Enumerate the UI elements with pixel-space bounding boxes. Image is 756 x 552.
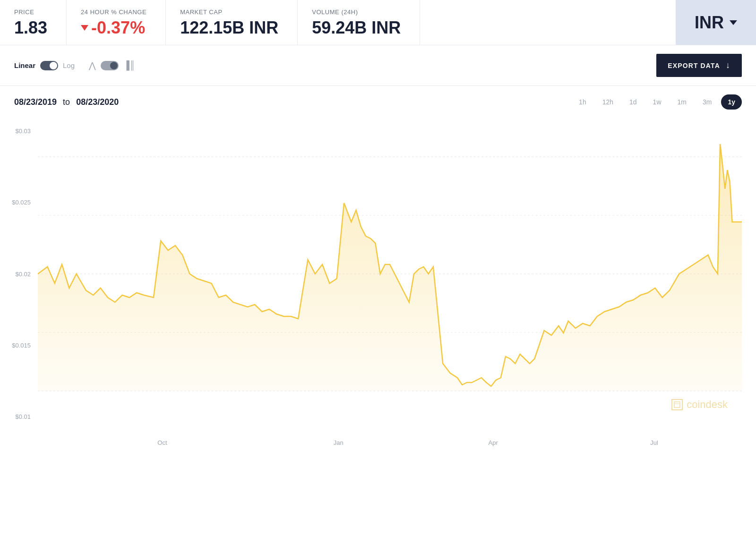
change-stat: 24 HOUR % CHANGE -0.37%: [67, 0, 166, 45]
price-stat: PRICE 1.83: [0, 0, 67, 45]
chart-container: $0.03$0.025$0.02$0.015$0.01 OctJanAprJul…: [0, 118, 756, 449]
export-label: EXPORT DATA: [668, 62, 720, 69]
y-axis-label: $0.02: [15, 271, 31, 278]
chevron-down-icon: [730, 20, 737, 25]
timeframe-btn-1m[interactable]: 1m: [671, 94, 693, 110]
date-bar: 08/23/2019 to 08/23/2020 1h12h1d1w1m3m1y: [0, 86, 756, 118]
log-label: Log: [63, 61, 75, 69]
change-label: 24 HOUR % CHANGE: [81, 8, 146, 16]
timeframe-btn-1w[interactable]: 1w: [646, 94, 668, 110]
price-chart: [38, 127, 742, 420]
marketcap-value: 122.15B INR: [180, 19, 278, 36]
download-icon: ↓: [726, 60, 730, 70]
y-axis: $0.03$0.025$0.02$0.015$0.01: [0, 127, 35, 420]
price-label: PRICE: [14, 8, 47, 16]
y-axis-label: $0.01: [15, 413, 31, 420]
down-arrow-icon: [81, 25, 88, 31]
currency-selector[interactable]: INR: [676, 0, 756, 45]
linear-label: Linear: [14, 61, 35, 69]
marketcap-label: MARKET CAP: [180, 8, 278, 16]
marketcap-stat: MARKET CAP 122.15B INR: [166, 0, 298, 45]
timeframe-btn-12h[interactable]: 12h: [596, 94, 620, 110]
x-axis-label: Jul: [650, 439, 658, 446]
linear-log-toggle[interactable]: [40, 61, 58, 70]
change-value: -0.37%: [81, 19, 146, 36]
x-axis-label: Jan: [334, 439, 344, 446]
bar-chart-icon[interactable]: ▐║: [123, 60, 136, 70]
volume-label: VOLUME (24H): [312, 8, 401, 16]
x-axis-label: Apr: [489, 439, 498, 446]
chart-type-toggle[interactable]: [101, 61, 119, 70]
price-value: 1.83: [14, 19, 47, 36]
timeframe-btn-3m[interactable]: 3m: [696, 94, 718, 110]
coindesk-text: coindesk: [687, 399, 728, 411]
volume-value: 59.24B INR: [312, 19, 401, 36]
date-range: 08/23/2019 to 08/23/2020: [14, 97, 119, 107]
currency-label: INR: [695, 13, 724, 33]
x-axis-label: Oct: [157, 439, 167, 446]
export-button[interactable]: EXPORT DATA ↓: [656, 54, 742, 77]
timeframe-btn-1h[interactable]: 1h: [572, 94, 593, 110]
timeframe-btn-1y[interactable]: 1y: [721, 94, 742, 110]
timeframe-btn-1d[interactable]: 1d: [623, 94, 644, 110]
coindesk-watermark: coindesk: [671, 399, 728, 411]
line-chart-icon[interactable]: ⋀: [89, 60, 96, 71]
chart-type-group: ⋀ ▐║: [89, 60, 136, 71]
y-axis-label: $0.015: [12, 342, 31, 349]
coindesk-logo-icon: [671, 399, 683, 410]
stats-bar: PRICE 1.83 24 HOUR % CHANGE -0.37% MARKE…: [0, 0, 756, 45]
scale-toggle-group: Linear Log: [14, 61, 75, 70]
y-axis-label: $0.03: [15, 127, 31, 135]
y-axis-label: $0.025: [12, 199, 31, 206]
svg-rect-5: [674, 402, 680, 408]
controls-bar: Linear Log ⋀ ▐║ EXPORT DATA ↓: [0, 45, 756, 86]
volume-stat: VOLUME (24H) 59.24B INR: [298, 0, 420, 45]
timeframe-buttons: 1h12h1d1w1m3m1y: [572, 94, 742, 110]
